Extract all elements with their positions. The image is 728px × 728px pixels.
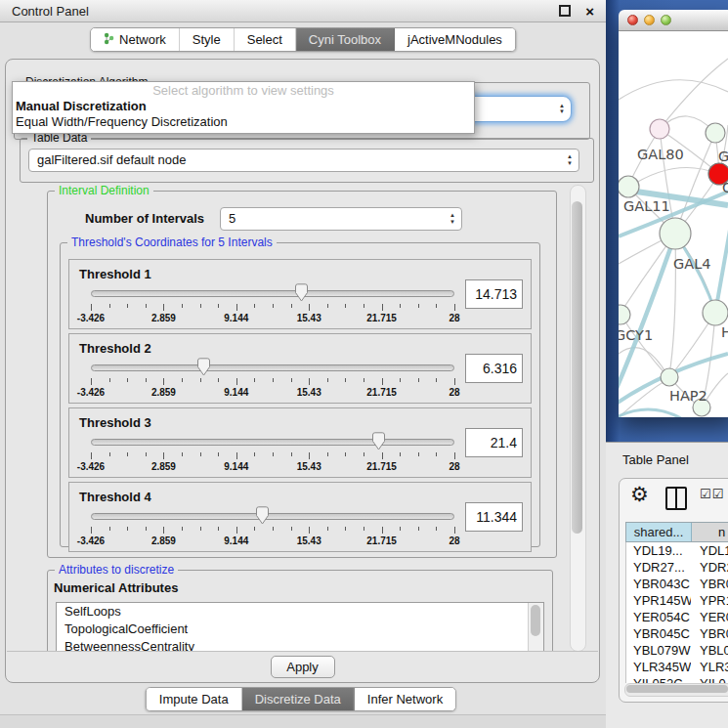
- cell-name[interactable]: YIL0: [691, 675, 728, 683]
- table-hscroll-thumb[interactable]: [626, 685, 728, 693]
- attributes-list-scroll-thumb[interactable]: [531, 605, 540, 636]
- cell-name[interactable]: YDR2: [691, 559, 728, 576]
- float-window-icon[interactable]: [559, 5, 571, 17]
- slider-track[interactable]: [91, 290, 454, 297]
- table-row[interactable]: YLR345WYLR3: [626, 659, 728, 675]
- apply-row: Apply: [7, 651, 598, 681]
- tab-cyni-toolbox[interactable]: Cyni Toolbox: [296, 28, 395, 51]
- cell-shared-name[interactable]: YBR045C: [626, 625, 691, 642]
- network-node-green[interactable]: [703, 300, 728, 325]
- cell-name[interactable]: YBL0: [691, 642, 728, 659]
- tab-network[interactable]: Network: [91, 28, 180, 51]
- network-node-green[interactable]: [619, 176, 639, 197]
- cell-shared-name[interactable]: YBL079W: [626, 642, 691, 659]
- tab-infer-network[interactable]: Infer Network: [355, 688, 455, 710]
- popup-option-manual[interactable]: Manual Discretization: [13, 99, 474, 114]
- network-graph[interactable]: GAL80GAGAL11GGAL4GCY1HHAP2: [619, 31, 728, 417]
- column-layout-icon[interactable]: [665, 487, 687, 510]
- settings-gear-icon[interactable]: ⚙: [630, 483, 649, 506]
- slider-track[interactable]: [91, 364, 454, 371]
- table-row[interactable]: YBL079WYBL0: [626, 642, 728, 659]
- popup-option-equal-width[interactable]: Equal Width/Frequency Discretization: [13, 114, 474, 130]
- zoom-traffic-light-icon[interactable]: [661, 15, 671, 25]
- network-node-green[interactable]: [660, 218, 691, 249]
- slider-thumb[interactable]: [255, 506, 270, 525]
- table-row[interactable]: YIL052CYIL0: [626, 675, 728, 683]
- panel-vertical-scrollbar[interactable]: [570, 185, 586, 652]
- tab-discretize-data[interactable]: Discretize Data: [242, 688, 355, 710]
- tab-impute-data[interactable]: Impute Data: [147, 688, 242, 710]
- network-canvas[interactable]: GAL80GAGAL11GGAL4GCY1HHAP2: [619, 31, 728, 417]
- slider-tick: [200, 304, 201, 308]
- cell-name[interactable]: YER0: [691, 609, 728, 625]
- table-row[interactable]: YPR145WYPR1: [626, 592, 728, 609]
- slider-tick: [382, 527, 383, 534]
- slider-tick: [163, 452, 164, 459]
- cell-shared-name[interactable]: YLR345W: [626, 659, 691, 675]
- thresholds-group: Threshold's Coordinates for 5 Intervals …: [60, 242, 540, 547]
- cell-shared-name[interactable]: YER054C: [626, 609, 691, 625]
- close-icon[interactable]: ×: [585, 4, 594, 19]
- cell-name[interactable]: YBR0: [691, 576, 728, 592]
- slider-thumb[interactable]: [196, 358, 211, 376]
- attribute-list-item[interactable]: SelfLoops: [57, 603, 543, 621]
- slider-thumb[interactable]: [294, 283, 309, 302]
- cell-name[interactable]: YLR3: [691, 659, 728, 675]
- node-label: G: [722, 180, 728, 195]
- number-of-intervals-combo[interactable]: 5 ▲▼: [220, 207, 462, 231]
- threshold-value-field[interactable]: 11.344: [465, 502, 523, 532]
- cell-name[interactable]: YBR0: [691, 625, 728, 642]
- cell-shared-name[interactable]: YBR043C: [626, 576, 691, 592]
- tab-style[interactable]: Style: [180, 28, 235, 51]
- close-traffic-light-icon[interactable]: [627, 15, 638, 25]
- table-row[interactable]: YBR043CYBR0: [626, 576, 728, 592]
- cell-shared-name[interactable]: YPR145W: [626, 592, 691, 609]
- cell-shared-name[interactable]: YDL19...: [626, 542, 691, 559]
- threshold-value-field[interactable]: 14.713: [465, 279, 523, 309]
- tab-jactivemnodules[interactable]: jActiveMNodules: [395, 28, 515, 51]
- table-row[interactable]: YER054CYER0: [626, 609, 728, 625]
- network-node-green[interactable]: [619, 305, 630, 324]
- slider-tick: [454, 304, 455, 311]
- cell-shared-name[interactable]: YDR27...: [626, 559, 691, 576]
- threshold-slider[interactable]: -3.4262.8599.14415.4321.71528: [91, 358, 454, 399]
- table-row[interactable]: YDL19...YDL1: [626, 542, 728, 559]
- cell-shared-name[interactable]: YIL052C: [626, 675, 691, 683]
- checkbox-icons[interactable]: ☑☑: [700, 487, 724, 501]
- threshold-slider[interactable]: -3.4262.8599.14415.4321.71528: [91, 506, 454, 547]
- network-node-green[interactable]: [661, 368, 678, 386]
- slider-tick: [163, 304, 164, 311]
- threshold-value-field[interactable]: 6.316: [465, 354, 523, 383]
- slider-track[interactable]: [91, 513, 454, 520]
- attribute-list-item[interactable]: TopologicalCoefficient: [57, 621, 543, 638]
- panel-scroll-thumb[interactable]: [572, 201, 582, 534]
- slider-tick-label: 9.144: [224, 387, 248, 398]
- column-header-name[interactable]: n: [692, 523, 728, 541]
- table-row[interactable]: YBR045CYBR0: [626, 625, 728, 642]
- cell-name[interactable]: YDL1: [691, 542, 728, 559]
- slider-tick-label: -3.426: [77, 461, 105, 472]
- slider-tick: [200, 452, 201, 456]
- threshold-slider[interactable]: -3.4262.8599.14415.4321.71528: [91, 432, 454, 473]
- slider-tick-label: 15.43: [297, 387, 321, 398]
- slider-thumb[interactable]: [371, 432, 386, 450]
- slider-track[interactable]: [91, 439, 454, 446]
- column-header-shared-name[interactable]: shared...: [626, 523, 692, 541]
- network-node-pink[interactable]: [650, 119, 669, 139]
- minimize-traffic-light-icon[interactable]: [644, 15, 655, 25]
- threshold-slider[interactable]: -3.4262.8599.14415.4321.71528: [91, 283, 454, 324]
- tab-label: Discretize Data: [255, 692, 341, 707]
- slider-tick: [364, 304, 364, 308]
- apply-button[interactable]: Apply: [271, 656, 335, 678]
- attribute-list-item[interactable]: BetweennessCentrality: [57, 638, 543, 652]
- network-node-green[interactable]: [706, 123, 725, 143]
- table-horizontal-scrollbar[interactable]: [624, 683, 728, 697]
- slider-tick-label: 15.43: [297, 313, 321, 323]
- cell-name[interactable]: YPR1: [691, 592, 728, 609]
- table-data-combo[interactable]: galFiltered.sif default node ▲▼: [28, 149, 579, 172]
- threshold-value-field[interactable]: 21.4: [465, 428, 523, 457]
- attributes-list-scrollbar[interactable]: [528, 603, 543, 652]
- tab-select[interactable]: Select: [235, 28, 296, 51]
- table-row[interactable]: YDR27...YDR2: [626, 559, 728, 576]
- node-label: GAL4: [673, 256, 710, 272]
